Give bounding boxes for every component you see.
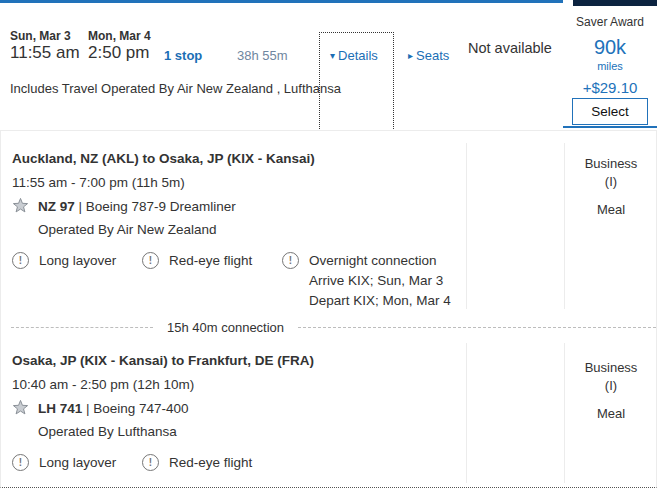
dashed-line <box>11 327 153 328</box>
cabin-class: Business <box>564 359 657 377</box>
warning-label: Overnight connection Arrive KIX; Sun, Ma… <box>309 251 451 311</box>
connection-label: 15h 40m connection <box>167 320 284 335</box>
warning-icon: ! <box>142 252 159 269</box>
trip-duration: 38h 55m <box>237 48 288 63</box>
flight-number: LH 741 <box>38 401 82 416</box>
fare-miles-value: 90k <box>563 37 657 57</box>
flight-number-aircraft: NZ 97 | Boeing 787-9 Dreamliner <box>38 199 236 214</box>
select-button[interactable]: Select <box>572 98 648 125</box>
flight-separator: | <box>82 401 93 416</box>
depart-date: Sun, Mar 3 <box>10 29 71 43</box>
top-accent-bar <box>0 0 563 3</box>
operated-by-note: Includes Travel Operated By Air New Zeal… <box>10 81 341 96</box>
chevron-right-icon: ▸ <box>408 51 413 61</box>
fare-miles-unit: miles <box>563 60 657 72</box>
segment-route: Auckland, NZ (AKL) to Osaka, JP (KIX - K… <box>12 151 315 166</box>
segment-times: 10:40 am - 2:50 pm (12h 10m) <box>12 377 194 392</box>
flight-number-aircraft: LH 741 | Boeing 747-400 <box>38 401 189 416</box>
warning-label: Long layover <box>39 453 116 473</box>
seats-toggle-label: Seats <box>416 48 449 63</box>
warning-icon: ! <box>142 454 159 471</box>
depart-time: 11:55 am <box>10 43 80 63</box>
seats-toggle-button[interactable]: ▸ Seats <box>408 48 449 63</box>
segment-times: 11:55 am - 7:00 pm (11h 5m) <box>12 175 185 190</box>
segment-route: Osaka, JP (KIX - Kansai) to Frankfurt, D… <box>12 353 314 368</box>
arrive-date: Mon, Mar 4 <box>88 29 151 43</box>
dashed-line <box>298 327 656 328</box>
warning-icon: ! <box>12 252 29 269</box>
fare-cash-surcharge: +$29.10 <box>563 79 657 96</box>
details-toggle-label: Details <box>338 48 378 63</box>
warning-icon: ! <box>12 454 29 471</box>
warning-title: Overnight connection <box>309 251 451 271</box>
star-alliance-icon <box>12 197 29 214</box>
amenity-meal: Meal <box>564 405 657 423</box>
operated-by-label: Operated By Air New Zealand <box>38 222 217 237</box>
booking-class: (I) <box>564 377 657 395</box>
warning-label: Red-eye flight <box>169 453 252 473</box>
warning-label: Red-eye flight <box>169 251 252 271</box>
availability-status: Not available <box>468 40 552 56</box>
fare-type-label: Saver Award <box>563 15 657 29</box>
cabin-info: Business (I) Meal <box>564 155 657 219</box>
chevron-down-icon: ▾ <box>330 51 335 61</box>
warning-detail-arrive: Arrive KIX; Sun, Mar 3 <box>309 271 451 291</box>
cabin-class: Business <box>564 155 657 173</box>
warning-long-layover: ! Long layover <box>12 251 116 271</box>
booking-class: (I) <box>564 173 657 191</box>
stops-link[interactable]: 1 stop <box>164 48 202 63</box>
flight-number: NZ 97 <box>38 199 75 214</box>
warning-overnight-connection: ! Overnight connection Arrive KIX; Sun, … <box>282 251 451 311</box>
warning-red-eye: ! Red-eye flight <box>142 251 252 271</box>
details-toggle-button[interactable]: ▾ Details <box>330 48 378 63</box>
connection-divider: 15h 40m connection <box>11 319 656 335</box>
column-divider <box>466 143 467 309</box>
operated-by-label: Operated By Lufthansa <box>38 424 177 439</box>
flight-search-result-card: Sun, Mar 3 Mon, Mar 4 11:55 am 2:50 pm 1… <box>0 0 657 494</box>
cabin-info: Business (I) Meal <box>564 359 657 423</box>
warning-label: Long layover <box>39 251 116 271</box>
warning-detail-depart: Depart KIX; Mon, Mar 4 <box>309 291 451 311</box>
column-divider <box>466 343 467 483</box>
warning-red-eye: ! Red-eye flight <box>142 453 252 473</box>
arrive-time: 2:50 pm <box>88 43 149 63</box>
warning-long-layover: ! Long layover <box>12 453 116 473</box>
aircraft-type: Boeing 747-400 <box>93 401 188 416</box>
flight-details-panel: Auckland, NZ (AKL) to Osaka, JP (KIX - K… <box>0 130 657 488</box>
warning-icon: ! <box>282 252 299 269</box>
flight-separator: | <box>75 199 86 214</box>
aircraft-type: Boeing 787-9 Dreamliner <box>86 199 236 214</box>
amenity-meal: Meal <box>564 201 657 219</box>
star-alliance-icon <box>12 399 29 416</box>
